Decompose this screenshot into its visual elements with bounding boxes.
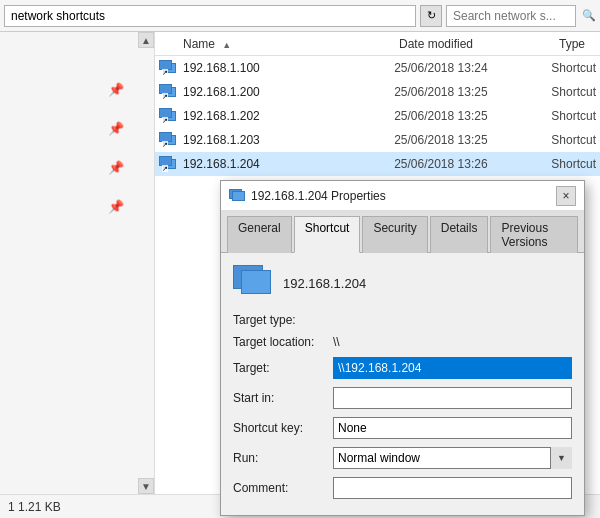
table-row[interactable]: ↗ 192.168.1.203 25/06/2018 13:25 Shortcu… bbox=[155, 128, 600, 152]
refresh-button[interactable]: ↻ bbox=[420, 5, 442, 27]
shortcut-key-label: Shortcut key: bbox=[233, 421, 333, 435]
properties-dialog: 192.168.1.204 Properties × General Short… bbox=[220, 180, 585, 516]
pin-icon-3: 📌 bbox=[108, 160, 124, 175]
file-date: 25/06/2018 13:25 bbox=[394, 133, 551, 147]
target-location-label: Target location: bbox=[233, 335, 333, 349]
shortcut-header: 192.168.1.204 bbox=[233, 265, 572, 301]
target-label: Target: bbox=[233, 361, 333, 375]
sidebar-scroll-up[interactable]: ▲ bbox=[138, 32, 154, 48]
tab-security[interactable]: Security bbox=[362, 216, 427, 253]
col-date-header[interactable]: Date modified bbox=[399, 37, 559, 51]
pin-icon-1: 📌 bbox=[108, 82, 124, 97]
address-bar: ↻ 🔍 bbox=[0, 0, 600, 32]
dialog-title-icon bbox=[229, 189, 245, 203]
dialog-title: 192.168.1.204 Properties bbox=[251, 189, 550, 203]
shortcut-filename: 192.168.1.204 bbox=[283, 276, 366, 291]
col-type-header[interactable]: Type bbox=[559, 37, 596, 51]
search-input[interactable] bbox=[446, 5, 576, 27]
file-name: 192.168.1.203 bbox=[183, 133, 394, 147]
file-date: 25/06/2018 13:25 bbox=[394, 109, 551, 123]
tab-shortcut[interactable]: Shortcut bbox=[294, 216, 361, 253]
field-row-comment: Comment: bbox=[233, 477, 572, 499]
tab-general[interactable]: General bbox=[227, 216, 292, 253]
sidebar: ▲ 📌 📌 📌 📌 ▼ bbox=[0, 32, 155, 494]
sidebar-pins: 📌 📌 📌 📌 bbox=[108, 82, 124, 214]
tab-previous-versions[interactable]: Previous Versions bbox=[490, 216, 578, 253]
file-rows-container: ↗ 192.168.1.100 25/06/2018 13:24 Shortcu… bbox=[155, 56, 600, 176]
file-icon: ↗ bbox=[159, 156, 179, 172]
tab-details[interactable]: Details bbox=[430, 216, 489, 253]
field-row-shortcut-key: Shortcut key: bbox=[233, 417, 572, 439]
file-icon: ↗ bbox=[159, 108, 179, 124]
file-type: Shortcut bbox=[551, 61, 596, 75]
shortcut-key-input[interactable] bbox=[333, 417, 572, 439]
start-in-label: Start in: bbox=[233, 391, 333, 405]
sidebar-scroll-down[interactable]: ▼ bbox=[138, 478, 154, 494]
file-date: 25/06/2018 13:26 bbox=[394, 157, 551, 171]
target-type-label: Target type: bbox=[233, 313, 333, 327]
table-row[interactable]: ↗ 192.168.1.100 25/06/2018 13:24 Shortcu… bbox=[155, 56, 600, 80]
dialog-body: 192.168.1.204 Target type: Target locati… bbox=[221, 253, 584, 515]
pin-icon-2: 📌 bbox=[108, 121, 124, 136]
field-row-target-type: Target type: bbox=[233, 313, 572, 327]
run-select-wrapper: Normal window ▼ bbox=[333, 447, 572, 469]
run-select-display[interactable]: Normal window bbox=[333, 447, 572, 469]
file-type: Shortcut bbox=[551, 85, 596, 99]
file-date: 25/06/2018 13:25 bbox=[394, 85, 551, 99]
target-input[interactable] bbox=[333, 357, 572, 379]
status-text: 1 1.21 KB bbox=[8, 500, 61, 514]
dialog-close-button[interactable]: × bbox=[556, 186, 576, 206]
comment-input[interactable] bbox=[333, 477, 572, 499]
file-name: 192.168.1.100 bbox=[183, 61, 394, 75]
file-name: 192.168.1.200 bbox=[183, 85, 394, 99]
pin-icon-4: 📌 bbox=[108, 199, 124, 214]
file-type: Shortcut bbox=[551, 133, 596, 147]
search-icon: 🔍 bbox=[582, 9, 596, 22]
address-input[interactable] bbox=[4, 5, 416, 27]
start-in-input[interactable] bbox=[333, 387, 572, 409]
table-row[interactable]: ↗ 192.168.1.204 25/06/2018 13:26 Shortcu… bbox=[155, 152, 600, 176]
big-file-icon bbox=[233, 265, 273, 301]
explorer-window: ↻ 🔍 ▲ 📌 📌 📌 📌 ▼ Name ▲ Date mod bbox=[0, 0, 600, 518]
field-row-start-in: Start in: bbox=[233, 387, 572, 409]
table-row[interactable]: ↗ 192.168.1.200 25/06/2018 13:25 Shortcu… bbox=[155, 80, 600, 104]
table-row[interactable]: ↗ 192.168.1.202 25/06/2018 13:25 Shortcu… bbox=[155, 104, 600, 128]
col-name-header[interactable]: Name ▲ bbox=[159, 37, 399, 51]
run-label: Run: bbox=[233, 451, 333, 465]
field-row-run: Run: Normal window ▼ bbox=[233, 447, 572, 469]
file-icon: ↗ bbox=[159, 84, 179, 100]
file-date: 25/06/2018 13:24 bbox=[394, 61, 551, 75]
target-location-value: \\ bbox=[333, 335, 340, 349]
file-icon: ↗ bbox=[159, 60, 179, 76]
file-name: 192.168.1.204 bbox=[183, 157, 394, 171]
field-row-target-location: Target location: \\ bbox=[233, 335, 572, 349]
file-type: Shortcut bbox=[551, 157, 596, 171]
dialog-tabs: General Shortcut Security Details Previo… bbox=[221, 211, 584, 253]
field-row-target: Target: bbox=[233, 357, 572, 379]
file-list-header: Name ▲ Date modified Type bbox=[155, 32, 600, 56]
file-icon: ↗ bbox=[159, 132, 179, 148]
dialog-titlebar: 192.168.1.204 Properties × bbox=[221, 181, 584, 211]
file-type: Shortcut bbox=[551, 109, 596, 123]
sort-arrow: ▲ bbox=[222, 40, 231, 50]
file-name: 192.168.1.202 bbox=[183, 109, 394, 123]
comment-label: Comment: bbox=[233, 481, 333, 495]
